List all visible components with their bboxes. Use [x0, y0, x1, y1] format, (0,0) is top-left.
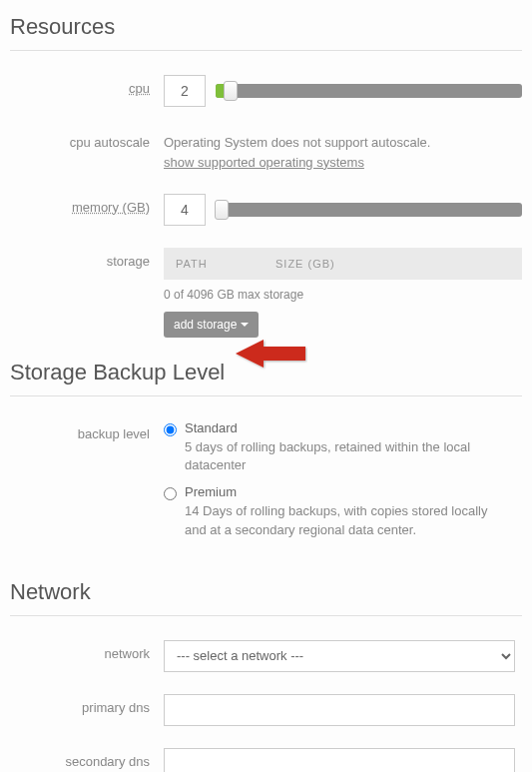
- row-memory: memory (GB): [10, 194, 522, 226]
- row-secondary-dns: secondary dns: [10, 748, 522, 772]
- label-backup-level: backup level: [10, 420, 164, 441]
- row-cpu: cpu: [10, 75, 522, 107]
- section-heading-network: Network: [10, 579, 522, 605]
- secondary-dns-input[interactable]: [164, 748, 515, 772]
- storage-note: 0 of 4096 GB max storage: [164, 288, 522, 302]
- row-storage: storage PATH SIZE (GB) 0 of 4096 GB max …: [10, 248, 522, 338]
- autoscale-link[interactable]: show supported operating systems: [164, 155, 364, 170]
- row-network: network --- select a network ---: [10, 640, 522, 672]
- primary-dns-input[interactable]: [164, 694, 515, 726]
- label-cpu-autoscale: cpu autoscale: [10, 129, 164, 150]
- radio-premium-desc: 14 Days of rolling backups, with copies …: [164, 502, 503, 538]
- add-storage-label: add storage: [174, 318, 237, 332]
- radio-standard-desc: 5 days of rolling backups, retained with…: [164, 438, 503, 474]
- autoscale-note: Operating System does not support autosc…: [164, 135, 430, 150]
- memory-slider[interactable]: [216, 203, 522, 217]
- divider: [10, 615, 522, 616]
- label-cpu: cpu: [129, 81, 150, 96]
- chevron-down-icon: [241, 323, 249, 327]
- divider: [10, 395, 522, 396]
- radio-premium-label: Premium: [185, 484, 237, 499]
- divider: [10, 50, 522, 51]
- row-backup-level: backup level Standard 5 days of rolling …: [10, 420, 522, 549]
- cpu-input[interactable]: [164, 75, 206, 107]
- label-network: network: [10, 640, 164, 661]
- radio-premium[interactable]: [164, 487, 177, 500]
- col-size: SIZE (GB): [275, 258, 510, 270]
- label-memory: memory (GB): [72, 200, 150, 215]
- network-select[interactable]: --- select a network ---: [164, 640, 515, 672]
- add-storage-button[interactable]: add storage: [164, 312, 259, 338]
- label-storage: storage: [10, 248, 164, 269]
- row-cpu-autoscale: cpu autoscale Operating System does not …: [10, 129, 522, 172]
- col-path: PATH: [176, 258, 275, 270]
- section-heading-resources: Resources: [10, 14, 522, 40]
- radio-standard-label: Standard: [185, 420, 238, 435]
- storage-table-header: PATH SIZE (GB): [164, 248, 522, 280]
- slider-handle[interactable]: [215, 200, 229, 220]
- row-primary-dns: primary dns: [10, 694, 522, 726]
- cpu-slider[interactable]: [216, 84, 522, 98]
- label-secondary-dns: secondary dns: [10, 748, 164, 769]
- memory-input[interactable]: [164, 194, 206, 226]
- radio-standard[interactable]: [164, 423, 177, 436]
- label-primary-dns: primary dns: [10, 694, 164, 715]
- section-heading-backup: Storage Backup Level: [10, 360, 522, 386]
- slider-handle[interactable]: [224, 81, 238, 101]
